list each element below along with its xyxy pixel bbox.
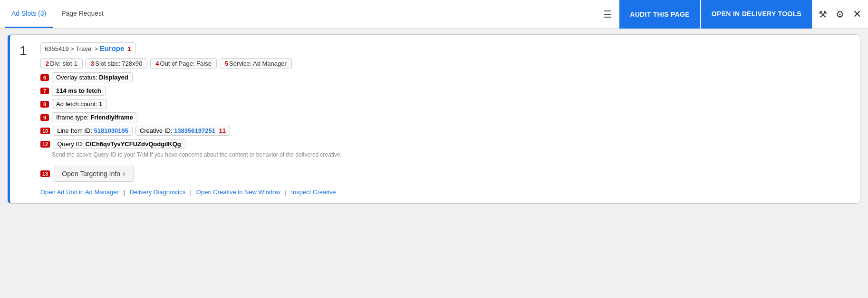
- link-ad-unit[interactable]: Open Ad Unit in Ad Manager: [40, 189, 119, 196]
- lineitem-box: Line Item ID: 5181030195: [53, 126, 133, 136]
- creative-box: Creative ID: 138356197251 11: [135, 126, 230, 136]
- div-tag: 2Div: slot-1: [40, 58, 83, 69]
- main-content: 1 6355419 > Travel > Europe 1 2Div: slot…: [0, 29, 868, 209]
- iframe-box: Iframe type: FriendlyIframe: [52, 112, 137, 122]
- slot-number: 1: [19, 43, 31, 59]
- overlay-row: 6 Overlay status: Displayed: [40, 72, 850, 82]
- fetch-box: 114 ms to fetch: [52, 86, 106, 96]
- count-row: 8 Ad fetch count: 1: [40, 99, 850, 109]
- header: Ad Slots (3) Page Request ☰ AUDIT THIS P…: [0, 0, 868, 29]
- footer-links: Open Ad Unit in Ad Manager | Delivery Di…: [40, 189, 850, 196]
- hamburger-icon[interactable]: ☰: [603, 9, 612, 20]
- queryid-box: Query ID: ClCh6qvTyvYCFUZdvQodgilKQg: [53, 139, 185, 149]
- targeting-row: 13 Open Targeting Info +: [40, 166, 850, 182]
- slot-content: 6355419 > Travel > Europe 1 2Div: slot-1…: [40, 42, 850, 196]
- fetch-row: 7 114 ms to fetch: [40, 86, 850, 96]
- link-delivery-diagnostics[interactable]: Delivery Diagnostics: [129, 189, 185, 196]
- count-box: Ad fetch count: 1: [52, 99, 107, 109]
- close-icon[interactable]: ✕: [851, 6, 863, 22]
- tab-pagerequest[interactable]: Page Request: [55, 0, 110, 28]
- notification-icon[interactable]: ⚒: [817, 7, 829, 22]
- lineitem-link[interactable]: 5181030195: [94, 127, 128, 134]
- service-tag: 5Service: Ad Manager: [220, 58, 292, 69]
- ad-slot-card: 1 6355419 > Travel > Europe 1 2Div: slot…: [8, 34, 860, 204]
- link-open-creative[interactable]: Open Creative in New Window: [196, 189, 280, 196]
- query-note: Send the above Query ID to your TAM if y…: [52, 151, 850, 158]
- header-icons: ⚒ ⚙ ✕: [817, 6, 863, 22]
- audit-button[interactable]: AUDIT THIS PAGE: [619, 0, 700, 29]
- breadcrumb-row: 6355419 > Travel > Europe 1: [40, 42, 850, 54]
- targeting-button[interactable]: Open Targeting Info +: [54, 166, 134, 182]
- tab-adslots[interactable]: Ad Slots (3): [5, 0, 53, 28]
- breadcrumb-box: 6355419 > Travel > Europe 1: [40, 42, 135, 54]
- overlay-box: Overlay status: Displayed: [52, 72, 133, 82]
- gear-icon[interactable]: ⚙: [834, 7, 846, 22]
- lineitem-row: 10 Line Item ID: 5181030195 Creative ID:…: [40, 126, 850, 136]
- info-tags: 2Div: slot-1 3Slot size: 728x90 4Out of …: [40, 58, 850, 69]
- size-tag: 3Slot size: 728x90: [86, 58, 147, 69]
- creative-link[interactable]: 138356197251: [174, 127, 215, 134]
- iframe-row: 9 Iframe type: FriendlyIframe: [40, 112, 850, 122]
- slot-name: Europe 1: [100, 44, 131, 52]
- queryid-row: 12 Query ID: ClCh6qvTyvYCFUZdvQodgilKQg: [40, 139, 850, 149]
- link-inspect-creative[interactable]: Inspect Creative: [291, 189, 336, 196]
- delivery-button[interactable]: OPEN IN DELIVERY TOOLS: [701, 0, 812, 29]
- oop-tag: 4Out of Page: False: [150, 58, 217, 69]
